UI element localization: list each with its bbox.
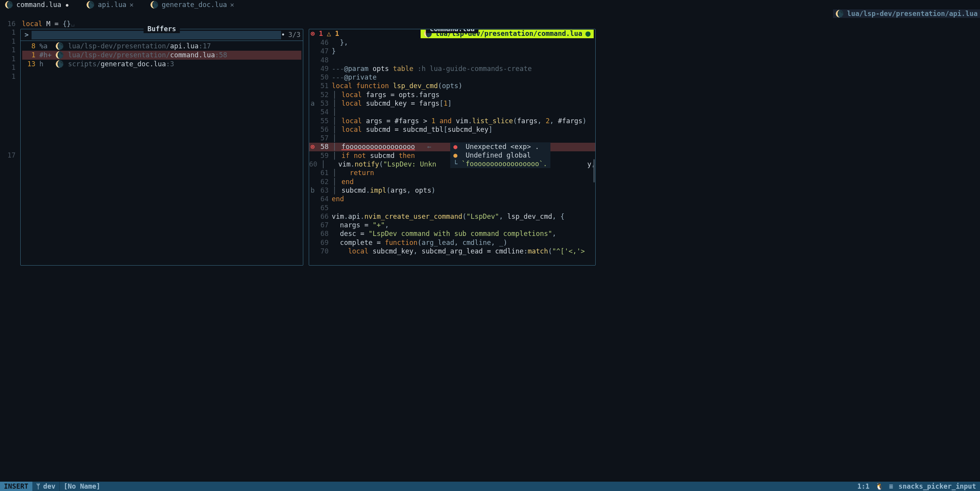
sign-column: a: [309, 99, 316, 108]
tab-modified-icon: •: [64, 1, 70, 10]
tab-api[interactable]: 🌘 api.lua ✕: [84, 0, 140, 9]
code-text: }: [332, 47, 595, 55]
code-line: 67 nargs = "+",: [309, 221, 595, 229]
line-number: 53: [316, 99, 332, 108]
buffer-path: lua/lsp-dev/presentation/api.lua:17: [68, 42, 211, 50]
status-bar: INSERT ᛘ dev [No Name] 1:1 🐧 ≡ snacks_pi…: [0, 482, 980, 491]
tab-bar: 🌘 command.lua • 🌘 api.lua ✕ 🌘 generate_d…: [0, 0, 980, 9]
diag-warn-text: Undefined global: [465, 151, 531, 159]
tab-file-icon: 🌘: [86, 0, 95, 9]
buffer-file-icon: 🌘: [55, 51, 64, 59]
buffer-file-icon: 🌘: [55, 60, 64, 68]
diag-continuation-icon: └: [453, 160, 457, 168]
buffer-flags: h: [39, 60, 51, 68]
diagnostic-float: ● Unexpected <exp> . ● Undefined global …: [450, 142, 550, 168]
tab-close-icon[interactable]: ✕: [230, 0, 234, 9]
line-number: 70: [316, 247, 332, 255]
code-line: 48: [309, 56, 595, 64]
status-branch: ᛘ dev: [32, 482, 60, 491]
code-line: 52 │ local fargs = opts.fargs: [309, 90, 595, 99]
code-line: 61 │ return: [309, 168, 595, 177]
buffer-number: 1: [25, 51, 35, 59]
code-line: 62 │ end: [309, 177, 595, 186]
os-icon: 🐧: [875, 482, 884, 491]
diag-dot-warn-icon: ●: [453, 151, 457, 159]
buffer-number: 13: [25, 60, 35, 68]
code-text: vim.api.nvim_create_user_command("LspDev…: [332, 212, 595, 221]
line-number: 62: [316, 177, 332, 186]
code-line: 66 vim.api.nvim_create_user_command("Lsp…: [309, 212, 595, 221]
code-text: │: [332, 108, 595, 116]
diag-warning-icon: △ 1: [327, 29, 339, 38]
buffers-list: 8 %a 🌘 lua/lsp-dev/presentation/api.lua:…: [21, 41, 303, 69]
buffers-title: Buffers: [143, 25, 180, 33]
buffer-row[interactable]: 8 %a 🌘 lua/lsp-dev/presentation/api.lua:…: [22, 42, 301, 51]
code-text: complete = function(arg_lead, cmdline, _…: [332, 238, 595, 247]
code-line: 49 ---@param opts table :h lua-guide-com…: [309, 64, 595, 73]
status-position: 1:1: [857, 482, 869, 491]
buffer-row[interactable]: 13 h 🌘 scripts/generate_doc.lua:3: [22, 60, 301, 69]
status-filename: [No Name]: [60, 482, 104, 491]
line-number: 56: [316, 125, 332, 134]
tab-label: generate_doc.lua: [162, 0, 227, 9]
code-text: },: [332, 38, 595, 47]
diag-error-icon: ⊗ 1: [311, 29, 323, 38]
buffers-prompt-icon: >: [25, 30, 28, 39]
code-text: │ local args = #fargs > 1 and vim.list_s…: [332, 117, 595, 125]
line-number: 69: [316, 238, 332, 247]
code-text: │ subcmd.impl(args, opts): [332, 186, 595, 195]
buffer-row[interactable]: 1 #h+ 🌘 lua/lsp-dev/presentation/command…: [22, 51, 301, 60]
line-number: 59: [316, 151, 332, 160]
code-text: │ local subcmd_key = fargs[1]: [332, 99, 595, 108]
buffer-flags: #h+: [39, 51, 51, 59]
line-number: 63: [316, 186, 332, 195]
code-text: local subcmd_key, subcmd_arg_lead = cmdl…: [332, 247, 595, 255]
sign-column: b: [309, 186, 316, 195]
line-number: 67: [316, 221, 332, 229]
buffer-flags: %a: [39, 42, 51, 50]
line-number: 49: [316, 64, 332, 73]
code-line: 57 │: [309, 134, 595, 142]
buffers-count: 3/3: [288, 30, 301, 39]
line-number: 50: [316, 73, 332, 82]
code-line: 54 │: [309, 108, 595, 116]
git-branch-icon: ᛘ: [36, 482, 40, 491]
tab-label: api.lua: [98, 0, 126, 9]
code-line: 64 end: [309, 195, 595, 203]
menu-icon: ≡: [889, 482, 893, 491]
status-branch-name: dev: [43, 482, 55, 491]
diag-warn-text-2: `fooooooooooooooooo`.: [462, 160, 547, 168]
preview-panel: command.lua ⊗ 1 △ 1 🌘 lua/lsp-dev/presen…: [309, 29, 596, 266]
code-text: nargs = "+",: [332, 221, 595, 229]
buffer-path: lua/lsp-dev/presentation/command.lua:58: [68, 51, 227, 59]
status-mode: INSERT: [0, 482, 32, 491]
tab-file-icon: 🌘: [5, 0, 13, 9]
code-line: 51 local function lsp_dev_cmd(opts): [309, 82, 595, 90]
line-number: 55: [316, 117, 332, 125]
buffers-picker[interactable]: Buffers > • 3/3 8 %a 🌘 lua/lsp-dev/prese…: [20, 29, 303, 266]
preview-scrollbar-thumb[interactable]: [593, 159, 595, 183]
code-text: ---@param opts table :h lua-guide-comman…: [332, 64, 595, 73]
tab-close-icon[interactable]: ✕: [129, 0, 133, 9]
code-line: 65: [309, 204, 595, 212]
code-line: 50 ---@private: [309, 73, 595, 82]
tab-command[interactable]: 🌘 command.lua •: [2, 0, 76, 9]
code-text: local function lsp_dev_cmd(opts): [332, 82, 595, 90]
line-number: 61: [316, 168, 332, 177]
code-line: a 53 │ local subcmd_key = fargs[1]: [309, 99, 595, 108]
code-line: b 63 │ subcmd.impl(args, opts): [309, 186, 595, 195]
code-text: │: [332, 134, 595, 142]
diag-error-text: Unexpected <exp> .: [465, 143, 539, 151]
line-number: 47: [316, 47, 332, 55]
code-line: 47 }: [309, 47, 595, 55]
code-text: desc = "LspDev command with sub command …: [332, 229, 595, 238]
tab-generate-doc[interactable]: 🌘 generate_doc.lua ✕: [148, 0, 241, 9]
code-line: 55 │ local args = #fargs > 1 and vim.lis…: [309, 117, 595, 125]
code-line: 46 },: [309, 38, 595, 47]
preview-title: command.lua: [426, 29, 478, 33]
buffers-count-dot: •: [281, 30, 285, 39]
preview-file-modified-icon: ●: [586, 32, 591, 35]
code-text: end: [332, 195, 595, 203]
status-right: 1:1 🐧 ≡ snacks_picker_input: [853, 482, 980, 491]
preview-code[interactable]: 46 }, 47 } 48 49 ---@param opts table :h…: [309, 38, 595, 265]
